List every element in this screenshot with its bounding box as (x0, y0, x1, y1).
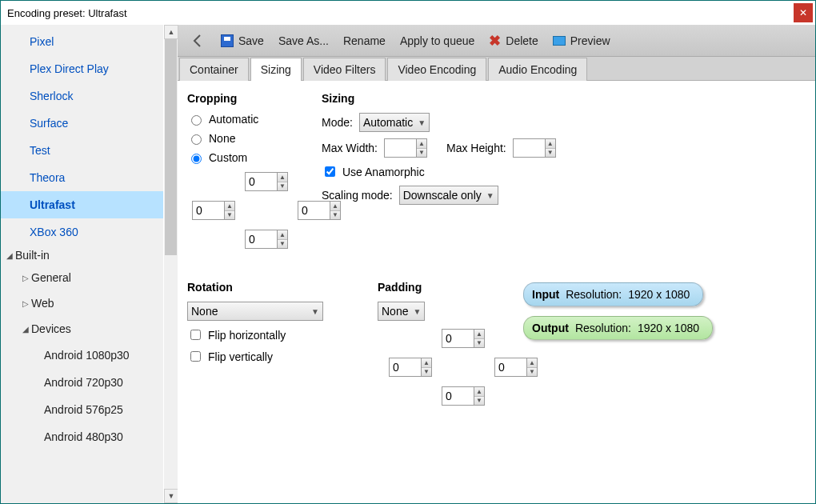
caret-icon: ▷ (20, 299, 31, 308)
padding-values-grid: ▲▼▲▼▲▼▲▼ (389, 327, 541, 407)
spin-up-icon[interactable]: ▲ (225, 202, 234, 211)
rename-button[interactable]: Rename (343, 34, 386, 47)
scroll-up-icon[interactable]: ▲ (164, 25, 178, 39)
rotation-select[interactable]: None▼ (187, 302, 323, 321)
mode-select[interactable]: Automatic▼ (359, 113, 430, 132)
preset-item[interactable]: Pixel (1, 28, 163, 55)
sizing-section: Sizing Mode: Automatic▼ Max Width: ▲▼ Ma… (322, 92, 642, 211)
max-width-stepper[interactable]: ▲▼ (384, 138, 427, 158)
crop-left-input[interactable] (193, 202, 224, 219)
device-item[interactable]: Android 576p25 (1, 396, 163, 423)
max-width-stepper-input[interactable] (385, 139, 416, 157)
preview-icon (553, 36, 566, 46)
preset-item[interactable]: Test (1, 137, 163, 164)
spin-down-icon[interactable]: ▼ (474, 339, 484, 348)
crop-bottom-input[interactable] (246, 230, 277, 248)
tree-group[interactable]: ◢Built-in (1, 246, 163, 265)
apply-queue-button[interactable]: Apply to queue (400, 34, 474, 47)
chevron-down-icon: ▼ (486, 191, 494, 200)
scroll-thumb[interactable] (165, 39, 177, 255)
save-button[interactable]: Save (221, 34, 264, 47)
anamorphic-checkbox[interactable]: Use Anamorphic (322, 164, 425, 179)
sidebar-scrollbar[interactable]: ▲ ▼ (163, 25, 178, 503)
pad-left-input[interactable] (390, 358, 421, 376)
crop-top-input[interactable] (246, 173, 277, 190)
spin-down-icon[interactable]: ▼ (474, 397, 484, 406)
tree-group[interactable]: ◢Devices (1, 316, 163, 342)
spin-down-icon[interactable]: ▼ (417, 149, 426, 158)
caret-icon: ▷ (20, 274, 31, 282)
chevron-down-icon: ▼ (311, 307, 319, 316)
spin-up-icon[interactable]: ▲ (527, 358, 537, 368)
pad-bottom[interactable]: ▲▼ (442, 386, 485, 406)
max-height-stepper[interactable]: ▲▼ (513, 138, 556, 158)
spin-down-icon[interactable]: ▼ (330, 211, 340, 220)
flip-v-checkbox[interactable]: Flip vertically (187, 349, 273, 364)
spin-down-icon[interactable]: ▼ (546, 149, 555, 158)
spin-up-icon[interactable]: ▲ (417, 139, 426, 149)
sizing-title: Sizing (322, 92, 642, 105)
tab-container[interactable]: Container (179, 58, 249, 81)
cropping-section: Cropping Automatic None Custom ▲▼▲▼▲▼▲▼ (187, 92, 323, 250)
padding-select[interactable]: None▼ (378, 302, 425, 321)
delete-button[interactable]: ✖Delete (489, 34, 538, 47)
spin-up-icon[interactable]: ▲ (278, 230, 287, 240)
back-button[interactable] (189, 34, 206, 48)
crop-bottom[interactable]: ▲▼ (245, 230, 288, 249)
preset-item[interactable]: XBox 360 (1, 218, 163, 246)
rotation-title: Rotation (187, 281, 347, 294)
device-item[interactable]: Android 480p30 (1, 423, 163, 450)
pad-top-input[interactable] (442, 330, 474, 347)
preset-item[interactable]: Ultrafast (1, 191, 163, 218)
tree-group[interactable]: ▷General (1, 265, 163, 290)
spin-down-icon[interactable]: ▼ (527, 368, 537, 377)
max-height-stepper-input[interactable] (514, 139, 545, 157)
titlebar: Encoding preset: Ultrafast ✕ (1, 1, 815, 25)
crop-auto-radio[interactable]: Automatic (187, 113, 258, 126)
spin-up-icon[interactable]: ▲ (546, 139, 555, 149)
pad-right-input[interactable] (495, 358, 526, 376)
tab-video-filters[interactable]: Video Filters (303, 58, 386, 81)
cropping-title: Cropping (187, 92, 323, 105)
flip-h-checkbox[interactable]: Flip horizontally (187, 327, 286, 342)
spin-down-icon[interactable]: ▼ (422, 368, 431, 377)
spin-up-icon[interactable]: ▲ (474, 330, 484, 339)
spin-up-icon[interactable]: ▲ (474, 387, 484, 397)
crop-top[interactable]: ▲▼ (245, 172, 288, 191)
crop-custom-radio[interactable]: Custom (187, 151, 247, 164)
preset-item[interactable]: Surface (1, 110, 163, 137)
max-height-label: Max Height: (446, 142, 506, 154)
save-as-button[interactable]: Save As... (278, 34, 329, 47)
crop-none-radio[interactable]: None (187, 132, 235, 145)
pad-top[interactable]: ▲▼ (442, 329, 485, 348)
tab-video-encoding[interactable]: Video Encoding (387, 58, 486, 81)
preset-item[interactable]: Plex Direct Play (1, 55, 163, 82)
save-icon (221, 34, 234, 47)
device-item[interactable]: Android 720p30 (1, 369, 163, 396)
rotation-section: Rotation None▼ Flip horizontally Flip ve… (187, 281, 347, 370)
preset-item[interactable]: Sherlock (1, 82, 163, 110)
spin-down-icon[interactable]: ▼ (225, 211, 234, 220)
pad-right[interactable]: ▲▼ (494, 358, 538, 377)
spin-down-icon[interactable]: ▼ (278, 182, 287, 191)
tab-audio-encoding[interactable]: Audio Encoding (488, 58, 587, 81)
device-item[interactable]: Android 1080p30 (1, 342, 163, 369)
preset-item[interactable]: Theora (1, 164, 163, 191)
spin-up-icon[interactable]: ▲ (278, 173, 287, 182)
scaling-select[interactable]: Downscale only▼ (399, 186, 498, 205)
spin-up-icon[interactable]: ▲ (422, 358, 431, 368)
pad-bottom-input[interactable] (442, 387, 474, 405)
crop-left[interactable]: ▲▼ (192, 201, 235, 220)
delete-icon: ✖ (489, 35, 501, 46)
scroll-down-icon[interactable]: ▼ (164, 489, 178, 503)
close-icon[interactable]: ✕ (794, 3, 813, 22)
pad-left[interactable]: ▲▼ (389, 358, 432, 377)
padding-section: Padding None▼ ▲▼▲▼▲▼▲▼ (378, 281, 538, 407)
input-badge: Input Resolution: 1920 x 1080 (523, 282, 703, 306)
spin-down-icon[interactable]: ▼ (278, 240, 287, 249)
tab-sizing[interactable]: Sizing (250, 58, 302, 81)
preview-button[interactable]: Preview (553, 34, 610, 47)
chevron-down-icon: ▼ (413, 307, 421, 316)
tree-group[interactable]: ▷Web (1, 290, 163, 316)
main: Save Save As... Rename Apply to queue ✖D… (178, 25, 815, 503)
